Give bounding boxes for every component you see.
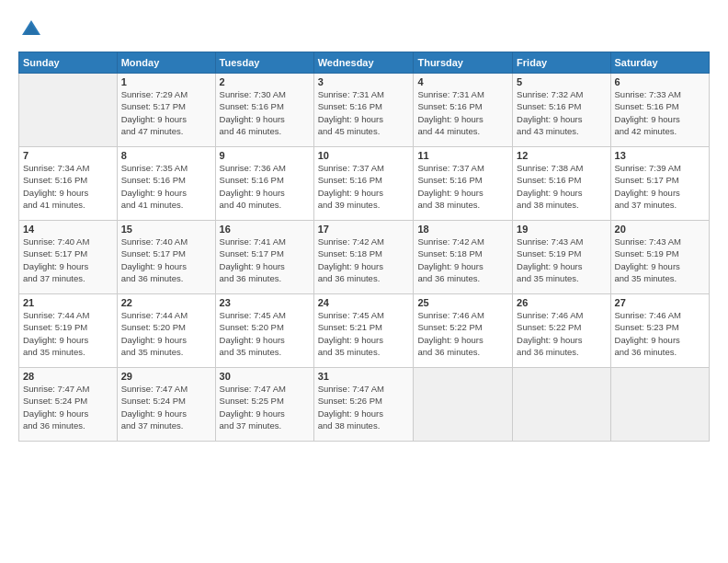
calendar-cell: 10Sunrise: 7:37 AM Sunset: 5:16 PM Dayli… bbox=[313, 147, 414, 221]
day-number: 3 bbox=[318, 76, 410, 87]
day-number: 26 bbox=[517, 297, 606, 308]
day-info: Sunrise: 7:43 AM Sunset: 5:19 PM Dayligh… bbox=[517, 236, 606, 284]
week-row-0: 1Sunrise: 7:29 AM Sunset: 5:17 PM Daylig… bbox=[19, 74, 710, 147]
calendar-cell: 31Sunrise: 7:47 AM Sunset: 5:26 PM Dayli… bbox=[313, 368, 414, 442]
calendar-cell: 30Sunrise: 7:47 AM Sunset: 5:25 PM Dayli… bbox=[215, 368, 313, 442]
day-info: Sunrise: 7:31 AM Sunset: 5:16 PM Dayligh… bbox=[318, 88, 410, 137]
day-number: 22 bbox=[121, 297, 211, 308]
day-info: Sunrise: 7:31 AM Sunset: 5:16 PM Dayligh… bbox=[417, 88, 508, 137]
day-info: Sunrise: 7:44 AM Sunset: 5:19 PM Dayligh… bbox=[23, 309, 113, 358]
calendar-cell: 4Sunrise: 7:31 AM Sunset: 5:16 PM Daylig… bbox=[414, 74, 513, 147]
weekday-header-sunday: Sunday bbox=[19, 52, 118, 74]
day-info: Sunrise: 7:38 AM Sunset: 5:16 PM Dayligh… bbox=[517, 162, 606, 211]
calendar-cell: 11Sunrise: 7:37 AM Sunset: 5:16 PM Dayli… bbox=[414, 147, 513, 221]
calendar-cell bbox=[513, 368, 610, 442]
day-number: 27 bbox=[615, 297, 705, 308]
calendar-cell: 3Sunrise: 7:31 AM Sunset: 5:16 PM Daylig… bbox=[313, 74, 414, 147]
day-number: 29 bbox=[121, 371, 211, 382]
day-number: 24 bbox=[318, 297, 410, 308]
day-number: 25 bbox=[417, 297, 508, 308]
calendar-cell: 28Sunrise: 7:47 AM Sunset: 5:24 PM Dayli… bbox=[19, 368, 118, 442]
logo-icon bbox=[18, 17, 44, 42]
day-info: Sunrise: 7:37 AM Sunset: 5:16 PM Dayligh… bbox=[318, 162, 410, 211]
day-info: Sunrise: 7:46 AM Sunset: 5:23 PM Dayligh… bbox=[615, 309, 705, 358]
calendar-cell: 1Sunrise: 7:29 AM Sunset: 5:17 PM Daylig… bbox=[117, 74, 215, 147]
calendar-table: SundayMondayTuesdayWednesdayThursdayFrid… bbox=[18, 52, 710, 442]
day-number: 11 bbox=[417, 150, 508, 161]
day-number: 6 bbox=[615, 76, 705, 87]
calendar-cell: 24Sunrise: 7:45 AM Sunset: 5:21 PM Dayli… bbox=[313, 294, 414, 368]
calendar-cell: 9Sunrise: 7:36 AM Sunset: 5:16 PM Daylig… bbox=[215, 147, 313, 221]
day-number: 5 bbox=[517, 76, 606, 87]
calendar-cell: 5Sunrise: 7:32 AM Sunset: 5:16 PM Daylig… bbox=[513, 74, 610, 147]
calendar-cell: 20Sunrise: 7:43 AM Sunset: 5:19 PM Dayli… bbox=[610, 221, 709, 294]
day-number: 12 bbox=[517, 150, 606, 161]
day-info: Sunrise: 7:40 AM Sunset: 5:17 PM Dayligh… bbox=[121, 236, 211, 284]
calendar-cell: 12Sunrise: 7:38 AM Sunset: 5:16 PM Dayli… bbox=[513, 147, 610, 221]
day-number: 7 bbox=[23, 150, 113, 161]
day-info: Sunrise: 7:47 AM Sunset: 5:25 PM Dayligh… bbox=[220, 383, 310, 431]
week-row-1: 7Sunrise: 7:34 AM Sunset: 5:16 PM Daylig… bbox=[19, 147, 710, 221]
day-info: Sunrise: 7:42 AM Sunset: 5:18 PM Dayligh… bbox=[318, 236, 410, 284]
calendar-cell: 13Sunrise: 7:39 AM Sunset: 5:17 PM Dayli… bbox=[610, 147, 709, 221]
day-info: Sunrise: 7:42 AM Sunset: 5:18 PM Dayligh… bbox=[417, 236, 508, 284]
day-info: Sunrise: 7:44 AM Sunset: 5:20 PM Dayligh… bbox=[121, 309, 211, 358]
calendar-cell: 6Sunrise: 7:33 AM Sunset: 5:16 PM Daylig… bbox=[610, 74, 709, 147]
day-number: 2 bbox=[220, 76, 310, 87]
weekday-header-thursday: Thursday bbox=[414, 52, 513, 74]
day-info: Sunrise: 7:37 AM Sunset: 5:16 PM Dayligh… bbox=[417, 162, 508, 211]
day-info: Sunrise: 7:36 AM Sunset: 5:16 PM Dayligh… bbox=[220, 162, 310, 211]
weekday-header-wednesday: Wednesday bbox=[313, 52, 414, 74]
day-number: 19 bbox=[517, 224, 606, 235]
calendar-cell bbox=[19, 74, 118, 147]
calendar-cell bbox=[414, 368, 513, 442]
calendar-cell: 22Sunrise: 7:44 AM Sunset: 5:20 PM Dayli… bbox=[117, 294, 215, 368]
day-number: 4 bbox=[417, 76, 508, 87]
day-number: 30 bbox=[220, 371, 310, 382]
calendar-cell: 27Sunrise: 7:46 AM Sunset: 5:23 PM Dayli… bbox=[610, 294, 709, 368]
calendar-cell: 17Sunrise: 7:42 AM Sunset: 5:18 PM Dayli… bbox=[313, 221, 414, 294]
calendar-cell: 14Sunrise: 7:40 AM Sunset: 5:17 PM Dayli… bbox=[19, 221, 118, 294]
calendar-cell: 26Sunrise: 7:46 AM Sunset: 5:22 PM Dayli… bbox=[513, 294, 610, 368]
calendar-cell: 8Sunrise: 7:35 AM Sunset: 5:16 PM Daylig… bbox=[117, 147, 215, 221]
week-row-2: 14Sunrise: 7:40 AM Sunset: 5:17 PM Dayli… bbox=[19, 221, 710, 294]
day-info: Sunrise: 7:47 AM Sunset: 5:26 PM Dayligh… bbox=[318, 383, 410, 431]
day-info: Sunrise: 7:32 AM Sunset: 5:16 PM Dayligh… bbox=[517, 88, 606, 137]
day-number: 9 bbox=[220, 150, 310, 161]
day-info: Sunrise: 7:47 AM Sunset: 5:24 PM Dayligh… bbox=[23, 383, 113, 431]
day-info: Sunrise: 7:45 AM Sunset: 5:21 PM Dayligh… bbox=[318, 309, 410, 358]
day-number: 21 bbox=[23, 297, 113, 308]
day-info: Sunrise: 7:39 AM Sunset: 5:17 PM Dayligh… bbox=[615, 162, 705, 211]
day-number: 1 bbox=[121, 76, 211, 87]
calendar-cell: 23Sunrise: 7:45 AM Sunset: 5:20 PM Dayli… bbox=[215, 294, 313, 368]
day-info: Sunrise: 7:41 AM Sunset: 5:17 PM Dayligh… bbox=[220, 236, 310, 284]
day-number: 15 bbox=[121, 224, 211, 235]
day-info: Sunrise: 7:43 AM Sunset: 5:19 PM Dayligh… bbox=[615, 236, 705, 284]
calendar-cell: 21Sunrise: 7:44 AM Sunset: 5:19 PM Dayli… bbox=[19, 294, 118, 368]
day-info: Sunrise: 7:46 AM Sunset: 5:22 PM Dayligh… bbox=[517, 309, 606, 358]
day-number: 10 bbox=[318, 150, 410, 161]
day-number: 31 bbox=[318, 371, 410, 382]
day-info: Sunrise: 7:33 AM Sunset: 5:16 PM Dayligh… bbox=[615, 88, 705, 137]
weekday-header-saturday: Saturday bbox=[610, 52, 709, 74]
calendar-cell: 29Sunrise: 7:47 AM Sunset: 5:24 PM Dayli… bbox=[117, 368, 215, 442]
weekday-header-monday: Monday bbox=[117, 52, 215, 74]
day-number: 16 bbox=[220, 224, 310, 235]
header bbox=[18, 17, 710, 42]
logo bbox=[18, 17, 48, 42]
day-info: Sunrise: 7:34 AM Sunset: 5:16 PM Dayligh… bbox=[23, 162, 113, 211]
day-info: Sunrise: 7:45 AM Sunset: 5:20 PM Dayligh… bbox=[220, 309, 310, 358]
calendar-cell: 18Sunrise: 7:42 AM Sunset: 5:18 PM Dayli… bbox=[414, 221, 513, 294]
day-info: Sunrise: 7:30 AM Sunset: 5:16 PM Dayligh… bbox=[220, 88, 310, 137]
day-info: Sunrise: 7:29 AM Sunset: 5:17 PM Dayligh… bbox=[121, 88, 211, 137]
day-number: 14 bbox=[23, 224, 113, 235]
day-number: 20 bbox=[615, 224, 705, 235]
calendar-cell bbox=[610, 368, 709, 442]
calendar-cell: 2Sunrise: 7:30 AM Sunset: 5:16 PM Daylig… bbox=[215, 74, 313, 147]
weekday-header-friday: Friday bbox=[513, 52, 610, 74]
day-number: 17 bbox=[318, 224, 410, 235]
calendar-cell: 7Sunrise: 7:34 AM Sunset: 5:16 PM Daylig… bbox=[19, 147, 118, 221]
calendar-cell: 16Sunrise: 7:41 AM Sunset: 5:17 PM Dayli… bbox=[215, 221, 313, 294]
day-info: Sunrise: 7:35 AM Sunset: 5:16 PM Dayligh… bbox=[121, 162, 211, 211]
day-number: 23 bbox=[220, 297, 310, 308]
